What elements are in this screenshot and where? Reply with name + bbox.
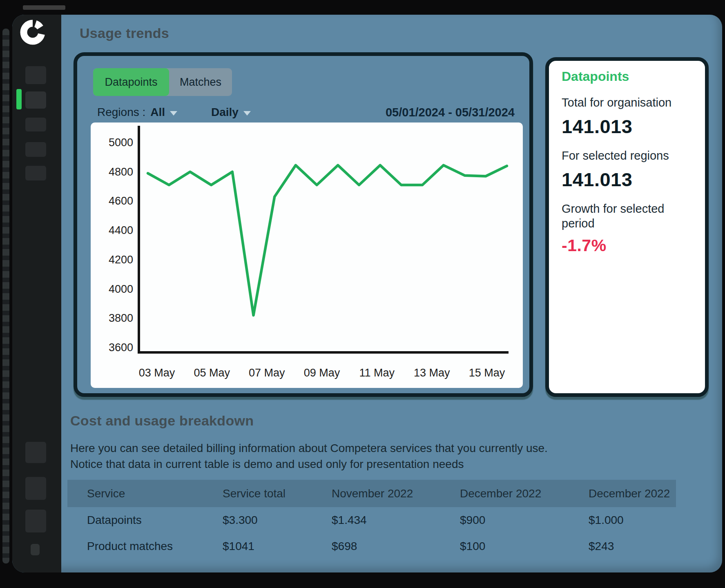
sidebar-item-2-active[interactable] xyxy=(25,91,46,109)
tab-datapoints[interactable]: Datapoints xyxy=(93,68,169,96)
cost-description-line: Here you can see detailed billing inform… xyxy=(70,440,548,456)
stat-value: -1.7% xyxy=(562,236,607,255)
x-tick-label: 15 May xyxy=(469,367,505,379)
chevron-down-icon xyxy=(243,111,251,116)
sidebar-item-9[interactable] xyxy=(31,544,40,555)
y-tick-label: 4600 xyxy=(109,195,133,207)
y-tick-label: 3600 xyxy=(109,341,133,354)
cost-section-description: Here you can see detailed billing inform… xyxy=(70,440,548,472)
table-cell: $3.300 xyxy=(223,514,332,527)
sidebar-item-5[interactable] xyxy=(25,166,46,180)
table-cell: $698 xyxy=(332,540,460,553)
stat-value: 141.013 xyxy=(562,115,632,138)
stat-label: For selected regions xyxy=(562,148,688,163)
sidebar-item-1[interactable] xyxy=(25,66,46,84)
stat-label: Total for organisation xyxy=(562,95,688,110)
regions-dropdown[interactable]: Regions : All xyxy=(97,105,177,120)
regions-label: Regions : xyxy=(97,106,145,119)
screenshot-frame: Usage trends DatapointsMatches Regions :… xyxy=(0,0,725,588)
table-header-row: ServiceService totalNovember 2022Decembe… xyxy=(67,480,676,507)
y-tick-label: 3800 xyxy=(109,312,133,324)
cost-description-line: Notice that data in current table is dem… xyxy=(70,456,548,472)
sidebar-item-4[interactable] xyxy=(25,142,46,157)
chevron-down-icon xyxy=(170,111,177,116)
x-tick-label: 09 May xyxy=(304,367,340,379)
y-tick-label: 4800 xyxy=(109,166,133,178)
table-header-cell: December 2022 xyxy=(589,487,676,500)
table-row: Product matches$1041$698$100$243 xyxy=(67,533,676,559)
sidebar-active-indicator xyxy=(16,89,22,109)
tab-matches[interactable]: Matches xyxy=(169,68,232,96)
table-cell: Datapoints xyxy=(87,514,223,527)
x-tick-label: 03 May xyxy=(139,367,175,379)
table-header-cell: Service total xyxy=(223,487,332,500)
competera-logo-icon[interactable] xyxy=(19,18,47,46)
table-header-cell: December 2022 xyxy=(460,487,589,500)
sidebar-item-8[interactable] xyxy=(25,510,46,532)
table-cell: $243 xyxy=(589,540,676,553)
stat-value: 141.013 xyxy=(562,168,632,191)
stat-label: Growth for selected period xyxy=(562,201,688,231)
y-tick-label: 4400 xyxy=(109,224,133,236)
x-tick-label: 07 May xyxy=(249,367,285,379)
interval-dropdown[interactable]: Daily xyxy=(211,105,251,120)
table-header-cell: November 2022 xyxy=(332,487,460,500)
x-tick-label: 05 May xyxy=(194,367,230,379)
x-tick-label: 13 May xyxy=(414,367,450,379)
sidebar-item-3[interactable] xyxy=(25,118,46,131)
table-cell: $1.434 xyxy=(332,514,460,527)
table-row: Datapoints$3.300$1.434$900$1.000 xyxy=(67,507,676,533)
chart-tabs: DatapointsMatches xyxy=(93,68,232,96)
interval-value: Daily xyxy=(211,106,239,119)
x-tick-label: 11 May xyxy=(359,367,395,379)
page-title: Usage trends xyxy=(80,25,169,41)
frame-top-notch xyxy=(23,5,65,10)
usage-trends-card: DatapointsMatches Regions : All Daily 05… xyxy=(74,52,533,397)
table-cell: $1.000 xyxy=(589,514,676,527)
app-window: Usage trends DatapointsMatches Regions :… xyxy=(12,15,722,572)
sidebar-item-7[interactable] xyxy=(25,477,46,500)
y-tick-label: 5000 xyxy=(109,136,133,149)
datapoints-series-line xyxy=(148,165,507,315)
table-cell: Product matches xyxy=(87,540,223,553)
y-tick-label: 4200 xyxy=(109,254,133,266)
sidebar-item-6[interactable] xyxy=(25,442,46,463)
sidebar xyxy=(12,15,61,572)
cost-section-title: Cost and usage breakdown xyxy=(70,413,254,429)
datapoints-summary-panel: Datapoints Total for organisation141.013… xyxy=(545,57,709,397)
usage-line-chart: 36003800400042004400460048005000 03 May0… xyxy=(91,122,523,388)
chart-plot-area: 36003800400042004400460048005000 03 May0… xyxy=(91,122,523,388)
regions-value: All xyxy=(150,106,165,119)
table-cell: $1041 xyxy=(223,540,332,553)
chart-filters: Regions : All Daily 05/01/2024 - 05/31/2… xyxy=(97,105,515,120)
table-cell: $900 xyxy=(460,514,589,527)
summary-panel-title: Datapoints xyxy=(562,69,629,84)
cost-usage-table: ServiceService totalNovember 2022Decembe… xyxy=(67,480,676,559)
y-tick-label: 4000 xyxy=(109,283,133,295)
table-cell: $100 xyxy=(460,540,589,553)
table-header-cell: Service xyxy=(87,487,223,500)
frame-texture-strip xyxy=(2,29,9,564)
date-range-picker[interactable]: 05/01/2024 - 05/31/2024 xyxy=(386,105,515,120)
